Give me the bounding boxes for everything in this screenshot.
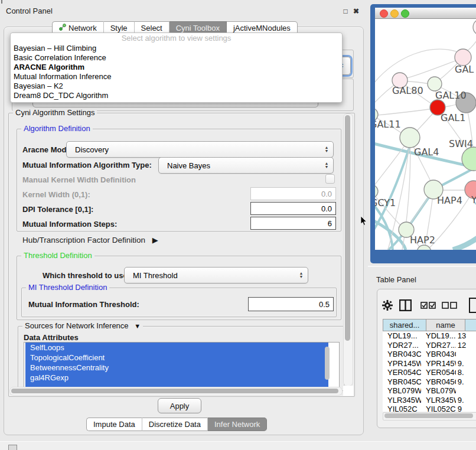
- table-row[interactable]: YBR043CYBR043C: [383, 350, 476, 359]
- column-header-shared[interactable]: shared...: [383, 319, 426, 331]
- attributes-vscrollbar[interactable]: [324, 344, 331, 384]
- table-hscrollbar-thumb[interactable]: [384, 413, 473, 418]
- hub-tf-definition-row[interactable]: Hub/Transcription Factor Definition ▶: [22, 236, 158, 244]
- attribute-item-selfloops[interactable]: SelfLoops: [25, 343, 328, 353]
- split-panel-icon[interactable]: [399, 299, 412, 313]
- algorithm-option-mutual-information-inference[interactable]: Mutual Information Inference: [11, 72, 342, 81]
- network-edge: [465, 33, 476, 52]
- algorithm-option-bayesian-k2[interactable]: Bayesian – K2: [11, 81, 342, 91]
- table-panel-title: Table Panel: [376, 275, 416, 284]
- network-node-gcy1[interactable]: [375, 185, 378, 198]
- algorithm-option-bayesian-hill-climbing[interactable]: Bayesian – Hill Climbing: [11, 44, 342, 53]
- network-edge: [375, 108, 438, 116]
- which-threshold-combobox[interactable]: MI Threshold ▲▼: [124, 267, 308, 283]
- network-node-label: GAL1: [441, 112, 465, 123]
- table-cell: YER054C: [383, 368, 421, 377]
- settings-vscrollbar-thumb[interactable]: [345, 115, 350, 341]
- unchecked-columns-icon[interactable]: [442, 302, 458, 311]
- table-row[interactable]: YBR045CYBR045C9.: [383, 377, 476, 387]
- table-row[interactable]: YIL052CYIL052C9: [383, 405, 476, 412]
- close-icon[interactable]: ✖: [352, 7, 360, 15]
- table-cell: YBR043C: [421, 350, 456, 359]
- table-row[interactable]: YER054CYER054C8.: [383, 368, 476, 377]
- network-node-swi4[interactable]: [462, 147, 476, 171]
- algorithm-option-basic-correlation-inference[interactable]: Basic Correlation Inference: [11, 53, 342, 63]
- document-icon[interactable]: [468, 297, 476, 315]
- network-node-gal[interactable]: [455, 49, 471, 66]
- algorithm-popup: Select algorithm to view settings Bayesi…: [10, 32, 343, 103]
- table-row[interactable]: YDL19...YDL19...13: [383, 331, 476, 341]
- gear-icon[interactable]: [382, 300, 393, 312]
- disclosure-down-icon[interactable]: ▼: [134, 322, 141, 330]
- bottom-tab-infer-network[interactable]: Infer Network: [208, 418, 267, 431]
- network-node[interactable]: [473, 19, 476, 35]
- attributes-vscrollbar-thumb[interactable]: [325, 347, 330, 380]
- checked-columns-icon[interactable]: [420, 302, 436, 311]
- bottom-tab-discretize-data[interactable]: Discretize Data: [142, 418, 208, 431]
- network-node-gal4[interactable]: [400, 128, 420, 148]
- traffic-light-minimize-icon[interactable]: [390, 9, 399, 18]
- table-cell: 9.: [456, 359, 476, 369]
- table-cell: YBL079W: [383, 386, 421, 396]
- settings-hscrollbar[interactable]: [9, 387, 343, 396]
- aracne-mode-value: Discovery: [67, 145, 322, 154]
- bottom-tab-label: Impute Data: [93, 418, 135, 431]
- table-row[interactable]: YLR345WYLR345W9.: [383, 396, 476, 405]
- attribute-item-topologicalcoefficient[interactable]: TopologicalCoefficient: [25, 353, 328, 363]
- network-node-label: GCY1: [375, 197, 396, 208]
- network-node-gal10[interactable]: [428, 77, 442, 91]
- table-cell: YLR345W: [421, 396, 456, 405]
- table-row[interactable]: YDR27...YDR27...12: [383, 341, 476, 350]
- apply-button[interactable]: Apply: [158, 398, 201, 413]
- mi-type-combobox[interactable]: Naive Bayes ▲▼: [158, 157, 334, 174]
- dpi-tolerance-field[interactable]: 0.0: [250, 202, 336, 215]
- mi-type-label: Mutual Information Algorithm Type:: [22, 161, 152, 169]
- settings-hscrollbar-thumb[interactable]: [11, 389, 338, 393]
- network-node-label: HAP2: [410, 234, 435, 246]
- table-cell: 13: [456, 331, 476, 341]
- algorithm-option-aracne-algorithm[interactable]: ARACNE Algorithm: [11, 63, 342, 72]
- table-cell: 9.: [456, 396, 476, 405]
- data-attributes-list[interactable]: SelfLoopsTopologicalCoefficientBetweenne…: [24, 342, 340, 388]
- network-canvas[interactable]: GALGAL80GAL10GAL1GAL11GAL4SWI4YHAP4GCY1H…: [375, 19, 476, 250]
- float-icon[interactable]: □: [341, 7, 350, 15]
- table-cell: YER054C: [421, 368, 456, 377]
- sources-title-row[interactable]: Sources for Network Inference ▼: [22, 322, 143, 330]
- popup-placeholder: Select algorithm to view settings: [11, 33, 342, 44]
- table-cell: YPR145W: [421, 359, 456, 369]
- attribute-item-gal4rgexp[interactable]: gal4RGexp: [25, 373, 328, 383]
- algorithm-option-dream8-dc-tdc-algorithm[interactable]: Dream8 DC_TDC Algorithm: [11, 91, 342, 100]
- aracne-mode-combobox[interactable]: Discovery ▲▼: [66, 141, 334, 158]
- spinner-arrows-icon: ▲▼: [322, 162, 333, 169]
- threshold-definition-title: Threshold Definition: [21, 252, 94, 260]
- cyni-settings-title: Cyni Algorithm Settings: [13, 109, 97, 117]
- network-node-label: HAP4: [437, 195, 462, 206]
- algorithm-definition-title: Algorithm Definition: [21, 125, 93, 133]
- bottom-tab-impute-data[interactable]: Impute Data: [86, 418, 142, 431]
- table-cell: YDR27...: [383, 341, 421, 350]
- table-cell: YPR145W: [383, 359, 421, 369]
- table-hscrollbar[interactable]: [383, 412, 476, 420]
- network-graph: GALGAL80GAL10GAL1GAL11GAL4SWI4YHAP4GCY1H…: [375, 19, 476, 250]
- table-cell: YBL079W: [421, 386, 456, 396]
- mi-steps-field[interactable]: 6: [250, 217, 336, 230]
- manual-kernel-label: Manual Kernel Width Definition: [22, 175, 136, 184]
- column-header-name[interactable]: name: [426, 319, 465, 331]
- traffic-light-zoom-icon[interactable]: [401, 9, 409, 18]
- table-body[interactable]: YDL19...YDL19...13YDR27...YDR27...12YBR0…: [383, 331, 476, 412]
- table-row[interactable]: YBL079WYBL079W: [383, 386, 476, 396]
- bottom-tab-label: Infer Network: [214, 418, 260, 431]
- disclosure-right-icon[interactable]: ▶: [152, 236, 158, 244]
- settings-vscrollbar[interactable]: [343, 113, 353, 386]
- attribute-item-betweennesscentrality[interactable]: BetweennessCentrality: [25, 363, 328, 373]
- table-cell: YBR045C: [421, 377, 456, 387]
- table-cell: YBR043C: [383, 350, 421, 359]
- traffic-light-close-icon[interactable]: [380, 9, 388, 18]
- sources-title: Sources for Network Inference: [25, 321, 129, 330]
- mi-threshold-field[interactable]: 0.5: [248, 297, 334, 311]
- table-row[interactable]: YPR145WYPR145W9.: [383, 359, 476, 369]
- kernel-width-field[interactable]: 0.0: [250, 187, 336, 200]
- manual-kernel-checkbox[interactable]: [325, 174, 335, 184]
- column-header-truncated[interactable]: [465, 319, 476, 331]
- minimized-panel-icon[interactable]: [8, 445, 17, 450]
